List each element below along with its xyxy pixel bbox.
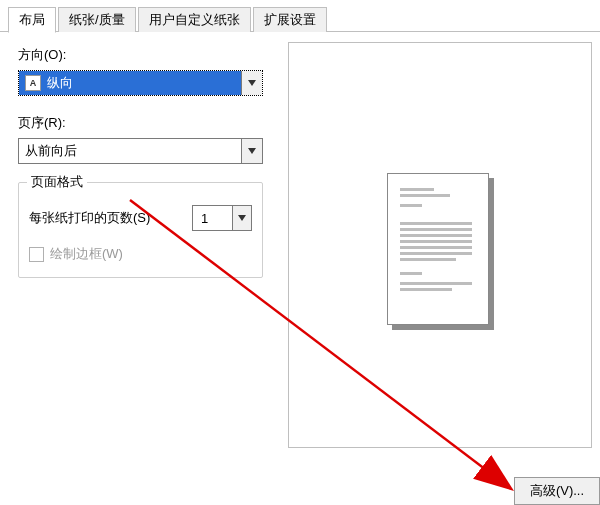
portrait-icon: A: [25, 75, 41, 91]
pages-per-sheet-arrow[interactable]: [232, 206, 251, 230]
layout-options: 方向(O): A 纵向 页序(R): 从前向后 页: [18, 46, 263, 278]
page-order-field: 从前向后: [19, 139, 241, 163]
pages-per-sheet-select[interactable]: 1: [192, 205, 252, 231]
page-format-title: 页面格式: [27, 173, 87, 191]
orientation-value: 纵向: [47, 74, 73, 92]
page-order-value: 从前向后: [25, 142, 77, 160]
pages-per-sheet-value: 1: [193, 206, 232, 230]
orientation-field: A 纵向: [19, 71, 241, 95]
page-order-dropdown-arrow[interactable]: [241, 139, 262, 163]
layout-preview: [288, 42, 592, 448]
tab-extended[interactable]: 扩展设置: [253, 7, 327, 32]
chevron-down-icon: [248, 80, 256, 86]
checkbox-box: [29, 247, 44, 262]
draw-border-checkbox: 绘制边框(W): [29, 245, 252, 263]
orientation-combo[interactable]: A 纵向: [18, 70, 263, 96]
tab-strip: 布局 纸张/质量 用户自定义纸张 扩展设置: [8, 0, 600, 32]
page-format-group: 页面格式 每张纸打印的页数(S) 1 绘制边框(W): [18, 182, 263, 278]
advanced-button-label: 高级(V)...: [530, 482, 584, 500]
pages-per-sheet-row: 每张纸打印的页数(S) 1: [29, 205, 252, 231]
tab-layout[interactable]: 布局: [8, 7, 56, 33]
page-order-combo[interactable]: 从前向后: [18, 138, 263, 164]
tab-paper-quality[interactable]: 纸张/质量: [58, 7, 136, 32]
chevron-down-icon: [238, 215, 246, 221]
tab-body: 方向(O): A 纵向 页序(R): 从前向后 页: [8, 36, 600, 505]
preview-page: [387, 173, 489, 325]
orientation-label: 方向(O):: [18, 46, 263, 64]
tab-custom-paper[interactable]: 用户自定义纸张: [138, 7, 251, 32]
page-order-label: 页序(R):: [18, 114, 263, 132]
chevron-down-icon: [248, 148, 256, 154]
pages-per-sheet-label: 每张纸打印的页数(S): [29, 209, 192, 227]
advanced-button[interactable]: 高级(V)...: [514, 477, 600, 505]
orientation-dropdown-arrow[interactable]: [241, 71, 262, 95]
draw-border-label: 绘制边框(W): [50, 245, 123, 263]
